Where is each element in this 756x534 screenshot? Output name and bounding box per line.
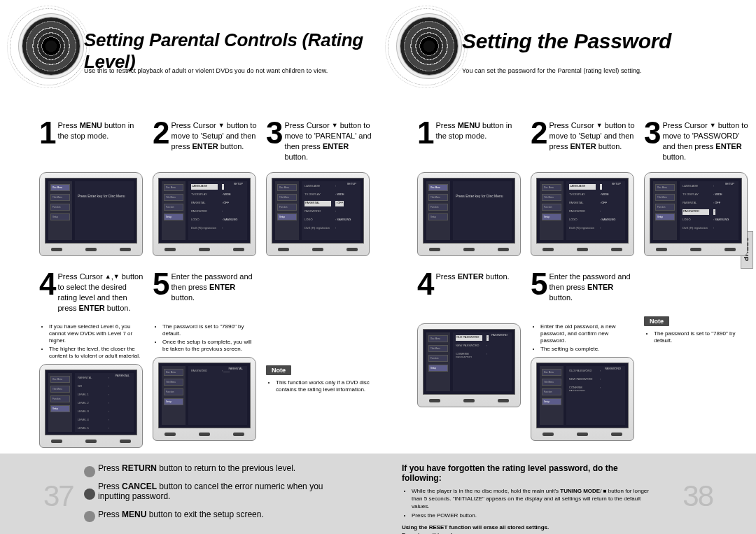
note-label: Note	[644, 316, 669, 326]
step-number: 3	[266, 119, 280, 168]
step-text: Press Cursor ▼ button to move to 'Setup'…	[171, 119, 259, 168]
tv-screenshot: Disc MenuTitle MenuFunctionSetup PARENTA…	[153, 357, 256, 441]
page-37: Setting Parental Controls (Rating Level)…	[0, 0, 378, 534]
page-title: Setting Parental Controls (Rating Level)	[84, 29, 378, 73]
footer-headline: If you have forgotten the rating level p…	[402, 463, 658, 483]
tv-screenshot: Disc MenuTitle MenuFunctionSetup PASSWOR…	[531, 357, 634, 441]
tv-screenshot: Disc MenuTitle MenuFunctionSetup SETUPLA…	[153, 172, 256, 256]
page-subtitle: Use this to restrict playback of adult o…	[84, 67, 328, 74]
note-bullets: The password is set to "7890" by default…	[647, 330, 749, 344]
tv-screenshot: Disc MenuTitle MenuFunctionSetup SETUPLA…	[266, 172, 370, 256]
steps-row-1: 1 Press MENU button in the stop mode. Di…	[39, 119, 372, 256]
step-text: Press MENU button in the stop mode.	[57, 119, 146, 168]
footer-bullet-icon	[84, 511, 95, 522]
step-number: 4	[417, 270, 431, 319]
speaker-icon	[22, 17, 80, 75]
step: 5 Enter the password and then press ENTE…	[531, 270, 637, 441]
step-number: 4	[39, 270, 53, 319]
steps-row-2: 4 Press ENTER button. Disc MenuTitle Men…	[417, 270, 750, 441]
step-text: Press MENU button in the stop mode.	[435, 119, 524, 168]
step-number: 5	[153, 270, 167, 319]
step-number: 3	[644, 119, 658, 168]
footer-warning: Do not use this unless necessary.	[402, 531, 658, 534]
step-text: Press Cursor ▼ button to move to 'Setup'…	[549, 119, 637, 168]
step: 3 Press Cursor ▼ button to move to 'PASS…	[644, 119, 750, 256]
step: 5 Enter the password and then press ENTE…	[153, 270, 259, 448]
steps-row-1: 1 Press MENU button in the stop mode. Di…	[417, 119, 750, 256]
tv-screenshot: Disc MenuTitle MenuFunctionSetup Press E…	[39, 172, 143, 256]
tv-screenshot: Disc MenuTitle MenuFunctionSetup SETUPLA…	[531, 172, 634, 256]
page-title: Setting the Password	[462, 29, 671, 53]
step-note-column: Note The password is set to "7890" by de…	[644, 270, 750, 441]
step-bullets: If you have selected Level 6, you cannot…	[42, 323, 144, 360]
footer-bullets: While the player is in the no disc mode,…	[412, 487, 658, 519]
step: 1 Press MENU button in the stop mode. Di…	[417, 119, 524, 256]
footer-line: Press CANCEL button to cancel the error …	[98, 482, 354, 501]
page-38: Setting the Password You can set the pas…	[378, 0, 756, 534]
note-label: Note	[266, 365, 291, 375]
steps-row-2: 4 Press Cursor ▲,▼ button to select the …	[39, 270, 372, 448]
footer-bullet-icon	[84, 489, 95, 500]
step-text: Enter the password and then press ENTER …	[171, 270, 259, 319]
step-text: Enter the password and then press ENTER …	[549, 270, 637, 319]
footer-line: Press RETURN button to return to the pre…	[98, 463, 354, 473]
note-bullets: This function works only if a DVD disc c…	[269, 379, 371, 393]
tv-screenshot: Disc MenuTitle MenuFunctionSetup SETUPLA…	[644, 172, 748, 256]
step: 2 Press Cursor ▼ button to move to 'Setu…	[153, 119, 259, 256]
step-text: Press Cursor ▲,▼ button to select the de…	[57, 270, 146, 319]
step-number: 5	[531, 270, 545, 319]
footer-bullet-icon	[84, 466, 95, 477]
step: 3 Press Cursor ▼ button to move to 'PARE…	[266, 119, 372, 256]
step: 1 Press MENU button in the stop mode. Di…	[39, 119, 146, 256]
tv-screenshot: Disc MenuTitle MenuFunctionSetup PASSWOR…	[417, 323, 521, 407]
step-number: 1	[39, 119, 53, 168]
page-subtitle: You can set the password for the Parenta…	[462, 67, 642, 74]
step: 4 Press Cursor ▲,▼ button to select the …	[39, 270, 146, 448]
footer-line: Press MENU button to exit the setup scre…	[98, 510, 354, 519]
step: 2 Press Cursor ▼ button to move to 'Setu…	[531, 119, 637, 256]
step-text: Press Cursor ▼ button to move to 'PARENT…	[284, 119, 372, 168]
step-bullets: Enter the old password, a new password, …	[533, 323, 636, 353]
step-bullets: The password is set to "7890" by default…	[155, 323, 258, 353]
tv-screenshot: Disc MenuTitle MenuFunctionSetup Press E…	[417, 172, 521, 256]
page-number: 38	[682, 479, 713, 513]
tv-screenshot: Disc MenuTitle MenuFunctionSetup PARENTA…	[39, 364, 143, 448]
step-number: 2	[153, 119, 167, 168]
step-number: 1	[417, 119, 431, 168]
page-number: 37	[43, 479, 74, 513]
speaker-icon	[400, 17, 458, 75]
footer-warning: Using the RESET function will erase all …	[402, 524, 658, 531]
step-text: Press Cursor ▼ button to move to 'PASSWO…	[662, 119, 750, 168]
step-note-column: Note This function works only if a DVD d…	[266, 270, 372, 448]
step: 4 Press ENTER button. Disc MenuTitle Men…	[417, 270, 524, 441]
step-number: 2	[531, 119, 545, 168]
step-text: Press ENTER button.	[435, 270, 509, 319]
